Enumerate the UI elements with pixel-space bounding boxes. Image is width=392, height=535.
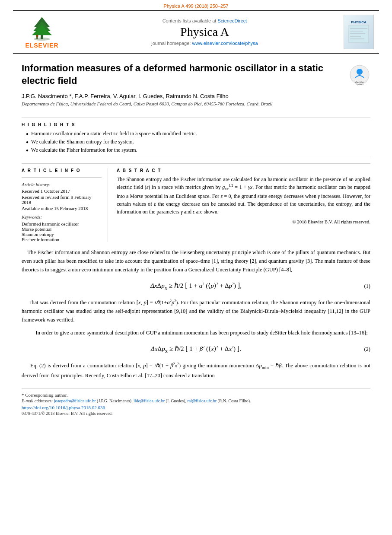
sciencedirect-link[interactable]: ScienceDirect (217, 18, 247, 23)
abstract-column: A B S T R A C T The Shannon entropy and … (117, 168, 370, 242)
svg-rect-6 (36, 37, 38, 39)
doi-link[interactable]: https://doi.org/10.1016/j.physa.2018.02.… (22, 405, 370, 410)
elsevier-brand-text: ELSEVIER (25, 42, 58, 49)
keyword-1: Deformed harmonic oscillator (22, 221, 102, 226)
journal-homepage: journal homepage: www.elsevier.com/locat… (66, 41, 344, 46)
divider-3 (22, 177, 102, 178)
article-info-label: A R T I C L E I N F O (22, 168, 102, 173)
divider-1 (22, 118, 370, 118)
copyright-text: © 2018 Elsevier B.V. All rights reserved… (117, 219, 370, 224)
issn-text: 0378-4371/© 2018 Elsevier B.V. All right… (22, 411, 370, 416)
available-date: Available online 15 February 2018 (22, 206, 102, 211)
contents-line: Contents lists available at ScienceDirec… (66, 18, 344, 23)
revised-date: Received in revised form 9 February 2018 (22, 194, 102, 205)
keyword-3: Shannon entropy (22, 232, 102, 237)
journal-thumbnail: PHYSICA (344, 15, 374, 49)
keywords-label: Keywords: (22, 214, 102, 220)
svg-point-14 (357, 69, 363, 75)
bullet-icon: ● (26, 148, 29, 153)
abstract-text: The Shannon entropy and the Fischer info… (117, 175, 370, 216)
highlights-label: H I G H L I G H T S (22, 122, 370, 127)
abstract-label: A B S T R A C T (117, 168, 370, 173)
article-info-column: A R T I C L E I N F O Article history: R… (22, 168, 108, 242)
bullet-icon: ● (26, 131, 29, 136)
received-date: Received 1 October 2017 (22, 188, 102, 194)
affiliation: Departamento de Física, Universidade Fed… (22, 101, 344, 106)
journal-header: ELSEVIER Contents lists available at Sci… (13, 10, 379, 54)
svg-point-1 (34, 38, 50, 41)
article-title: Information measures of a deformed harmo… (22, 62, 344, 87)
body-paragraph-2: that was derived from the commutation re… (22, 298, 370, 324)
email-addresses: E-mail addresses: joaopedro@fisica.ufc.b… (22, 398, 370, 403)
equation-2-block: ΔxΔpx ≥ ℏ/2 [ 1 + β2 (⟨x⟩2 + Δx2) ]. (2) (22, 343, 370, 355)
check-for-updates-badge[interactable]: check for updates (349, 64, 370, 86)
journal-title: Physica A (66, 25, 344, 39)
list-item: ● We calculate the Fisher information fo… (26, 147, 370, 153)
svg-text:updates: updates (356, 83, 363, 86)
corresponding-author-note: * Corresponding author. (22, 392, 370, 398)
footer: * Corresponding author. E-mail addresses… (22, 389, 370, 416)
equation-1-block: ΔxΔpx ≥ ℏ/2 [ 1 + α2 (⟨p⟩2 + Δp2) ], (1) (22, 280, 370, 292)
highlights-list: ● Harmonic oscillator under a static ele… (26, 131, 370, 153)
body-text: The Fischer information and Shannon entr… (22, 248, 370, 380)
body-paragraph-3: In order to give a more symmetrical desc… (22, 328, 370, 337)
two-col-section: A R T I C L E I N F O Article history: R… (22, 163, 370, 242)
list-item: ● Harmonic oscillator under a static ele… (26, 131, 370, 137)
title-row: Information measures of a deformed harmo… (22, 62, 370, 113)
email-link-2[interactable]: ilde@fisica.ufc.br (134, 398, 165, 403)
main-content: Information measures of a deformed harmo… (0, 54, 392, 424)
svg-rect-7 (349, 25, 369, 43)
history-label: Article history: (22, 182, 102, 187)
journal-center: Contents lists available at ScienceDirec… (66, 18, 344, 46)
email-link-1[interactable]: joaopedro@fisica.ufc.br (54, 398, 96, 403)
keyword-4: Fischer information (22, 237, 102, 242)
divider-2 (22, 158, 370, 158)
email-link-3[interactable]: rai@fisica.ufc.br (188, 398, 217, 403)
equation-2: ΔxΔpx ≥ ℏ/2 [ 1 + β2 (⟨x⟩2 + Δx2) ]. (151, 343, 241, 355)
body-paragraph-4: Eq. (2) is derived from a commutation re… (22, 361, 370, 380)
body-paragraph-1: The Fischer information and Shannon entr… (22, 248, 370, 274)
page: Physica A 499 (2018) 250–257 ELSEVIER (0, 0, 392, 535)
citation-text: Physica A 499 (2018) 250–257 (164, 3, 229, 9)
elsevier-logo: ELSEVIER (18, 15, 66, 49)
top-citation: Physica A 499 (2018) 250–257 (0, 0, 392, 10)
authors: J.P.G. Nascimento *, F.A.P. Ferreira, V.… (22, 93, 344, 99)
homepage-link[interactable]: www.elsevier.com/locate/physa (192, 41, 258, 46)
equation-2-number: (2) (364, 345, 370, 353)
thumbnail-image (348, 24, 370, 44)
bullet-icon: ● (26, 140, 29, 144)
equation-1-number: (1) (364, 282, 370, 290)
list-item: ● We calculate the Shannon entropy for t… (26, 139, 370, 145)
keyword-2: Morse potential (22, 226, 102, 232)
elsevier-tree-icon (25, 15, 59, 41)
equation-1: ΔxΔpx ≥ ℏ/2 [ 1 + α2 (⟨p⟩2 + Δp2) ], (150, 280, 242, 292)
